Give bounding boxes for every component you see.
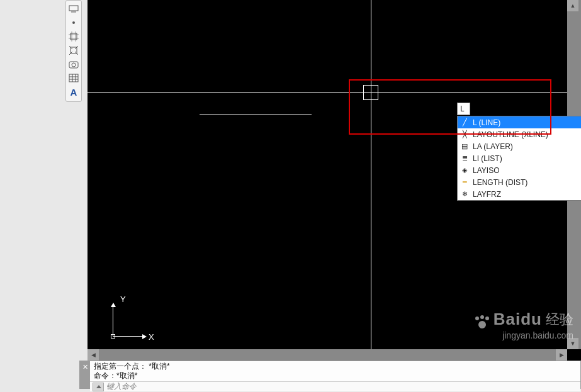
command-history-line: 命令：*取消* (94, 371, 577, 381)
autocomplete-item-label: LA (LAYER) (473, 142, 513, 151)
dot-icon (72, 21, 75, 24)
scroll-down-button[interactable]: ▼ (567, 338, 578, 349)
commandline-close-button[interactable]: ✕ (80, 361, 90, 388)
table-icon (69, 74, 79, 82)
camera-icon (69, 60, 79, 69)
autocomplete-item-label: LENGTH (DIST) (473, 178, 527, 187)
list-icon: ≣ (460, 154, 469, 163)
line-icon: ╱ (460, 118, 469, 127)
xline-icon: ╳ (460, 130, 469, 139)
watermark-brand: Baidu (494, 310, 542, 329)
trim-icon (69, 45, 79, 55)
command-line-panel: ✕ 指定第一个点： *取消* 命令：*取消* 键入命令 (79, 361, 581, 389)
crosshair-vertical (371, 0, 371, 361)
autocomplete-item[interactable]: ━ LENGTH (DIST) (458, 176, 581, 188)
canvas-horizontal-scrollbar[interactable]: ◀ ▶ (87, 349, 567, 361)
autocomplete-item-label: LI (LIST) (473, 154, 502, 163)
scroll-right-button[interactable]: ▶ (556, 349, 567, 361)
layiso-icon: ◈ (460, 166, 469, 175)
mirror-icon (69, 5, 79, 13)
tool-button-4[interactable] (67, 44, 80, 57)
tool-button-1[interactable] (67, 3, 80, 15)
autocomplete-item[interactable]: ▤ LA (LAYER) (458, 140, 581, 152)
drawing-canvas[interactable]: Y X ▲ ▼ ◀ ▶ ╱ L (LINE) ╳ LAYOUTLINE (XLI… (87, 0, 581, 361)
tool-button-6[interactable] (67, 72, 80, 84)
ucs-y-label: Y (120, 294, 126, 304)
autocomplete-list: ╱ L (LINE) ╳ LAYOUTLINE (XLINE) ▤ LA (LA… (457, 116, 581, 201)
svg-rect-0 (69, 6, 78, 11)
autocomplete-item[interactable]: ╳ LAYOUTLINE (XLINE) (458, 128, 581, 140)
tool-button-5[interactable] (67, 58, 80, 70)
command-prompt-placeholder: 键入命令 (106, 381, 137, 392)
text-tool-icon: A (71, 87, 77, 98)
drawn-line-segment (200, 115, 312, 115)
command-input-row[interactable]: 键入命令 (90, 381, 580, 391)
svg-rect-1 (71, 33, 77, 40)
autocomplete-item-label: LAYOUTLINE (XLINE) (473, 130, 548, 139)
scroll-up-button[interactable]: ▲ (567, 0, 578, 11)
svg-rect-5 (69, 74, 78, 82)
scroll-h-track[interactable] (99, 349, 556, 361)
command-history: 指定第一个点： *取消* 命令：*取消* (90, 361, 580, 381)
crosshair-horizontal (87, 92, 581, 93)
layfrz-icon: ❄ (460, 190, 469, 199)
text-tool-button[interactable]: A (67, 86, 80, 98)
vertical-toolbar: A (65, 0, 82, 102)
crop-icon (69, 31, 79, 42)
dynamic-input[interactable] (457, 103, 470, 115)
autocomplete-item-label: LAYFRZ (473, 190, 501, 199)
watermark: Baidu 经验 jingyan.baidu.com (473, 310, 573, 340)
layer-icon: ▤ (460, 142, 469, 151)
paw-icon (473, 316, 490, 329)
dist-icon: ━ (460, 178, 469, 187)
autocomplete-item[interactable]: ❄ LAYFRZ (458, 188, 581, 200)
watermark-url: jingyan.baidu.com (473, 330, 573, 340)
autocomplete-item-label: L (LINE) (473, 118, 500, 127)
autocomplete-item[interactable]: ╱ L (LINE) (458, 116, 581, 128)
ucs-origin (111, 334, 115, 339)
ucs-x-axis (113, 336, 143, 337)
cursor-pickbox (363, 85, 378, 100)
ucs-y-axis (113, 306, 113, 337)
tool-button-2[interactable] (67, 16, 80, 29)
autocomplete-item-label: LAYISO (473, 166, 499, 175)
autocomplete-item[interactable]: ≣ LI (LIST) (458, 152, 581, 164)
svg-point-4 (72, 63, 76, 67)
tool-button-3[interactable] (67, 30, 80, 43)
autocomplete-item[interactable]: ◈ LAYISO (458, 164, 581, 176)
command-history-line: 指定第一个点： *取消* (94, 362, 577, 371)
command-history-toggle[interactable] (93, 383, 104, 391)
ucs-x-label: X (149, 332, 154, 342)
scroll-left-button[interactable]: ◀ (87, 349, 99, 361)
